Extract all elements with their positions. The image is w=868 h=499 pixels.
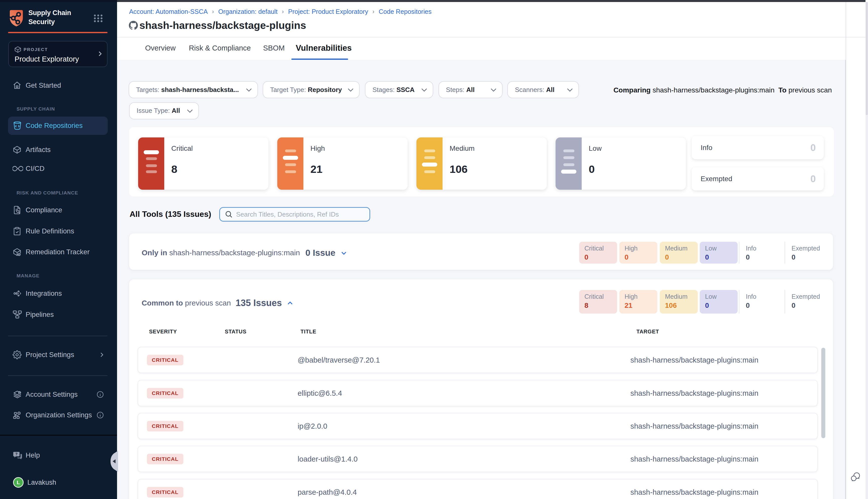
- svg-text:?: ?: [15, 452, 17, 456]
